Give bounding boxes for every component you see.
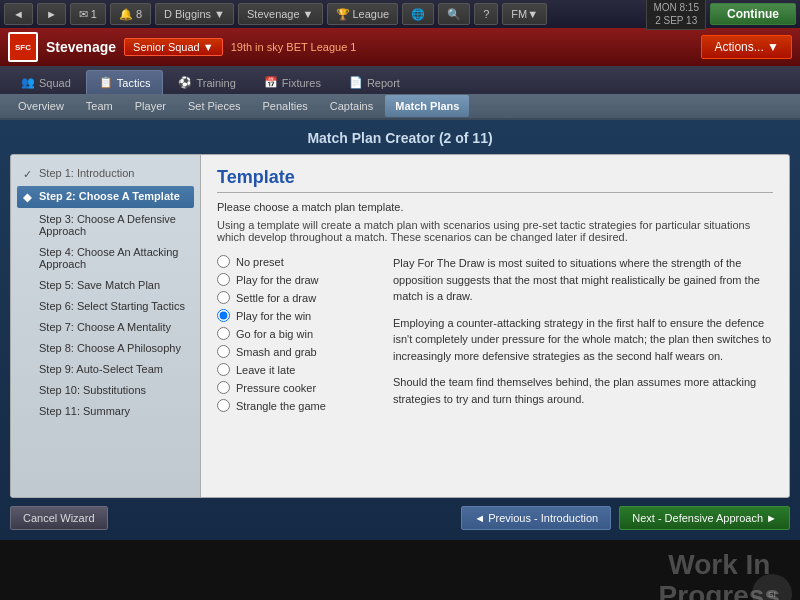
template-desc2: Using a template will create a match pla… xyxy=(217,219,773,243)
info-block-1: Play For The Draw is most suited to situ… xyxy=(393,255,773,305)
training-icon: ⚽ xyxy=(178,76,192,89)
option-leave-late[interactable]: Leave it late xyxy=(217,363,377,376)
option-pressure-label: Pressure cooker xyxy=(236,382,316,394)
globe-icon: 🌐 xyxy=(411,8,425,21)
league-button[interactable]: 🏆 League xyxy=(327,3,399,25)
subnav-overview[interactable]: Overview xyxy=(8,95,74,117)
next-button[interactable]: Next - Defensive Approach ► xyxy=(619,506,790,530)
template-desc: Please choose a match plan template. xyxy=(217,201,773,213)
back-button[interactable]: ◄ xyxy=(4,3,33,25)
info-text-2: Employing a counter-attacking strategy i… xyxy=(393,315,773,365)
top-bar: ◄ ► ✉ 1 🔔 8 D Biggins ▼ Stevenage ▼ 🏆 Le… xyxy=(0,0,800,28)
info-text-1: Play For The Draw is most suited to situ… xyxy=(393,255,773,305)
help-button[interactable]: ? xyxy=(474,3,498,25)
step-1[interactable]: ✓ Step 1: Introduction xyxy=(17,163,194,185)
step-1-label: Step 1: Introduction xyxy=(39,167,134,179)
messages-button[interactable]: ✉ 1 xyxy=(70,3,106,25)
step-10[interactable]: Step 10: Substitutions xyxy=(17,380,194,400)
tab-report[interactable]: 📄 Report xyxy=(336,70,413,94)
main-content: Match Plan Creator (2 of 11) ✓ Step 1: I… xyxy=(0,120,800,540)
club-button[interactable]: Stevenage ▼ xyxy=(238,3,323,25)
step-6[interactable]: Step 6: Select Starting Tactics xyxy=(17,296,194,316)
step-4[interactable]: Step 4: Choose An Attacking Approach xyxy=(17,242,194,274)
squad-selector[interactable]: Senior Squad ▼ xyxy=(124,38,223,56)
tab-tactics-label: Tactics xyxy=(117,77,151,89)
date-date: 2 SEP 13 xyxy=(653,14,699,27)
step-2[interactable]: ◆ Step 2: Choose A Template xyxy=(17,186,194,208)
search-button[interactable]: 🔍 xyxy=(438,3,470,25)
tab-tactics[interactable]: 📋 Tactics xyxy=(86,70,164,94)
step-5[interactable]: Step 5: Save Match Plan xyxy=(17,275,194,295)
subnav-penalties[interactable]: Penalties xyxy=(253,95,318,117)
bullet-icon: ◆ xyxy=(23,191,35,204)
step-3-label: Step 3: Choose A Defensive Approach xyxy=(39,213,188,237)
option-big-win[interactable]: Go for a big win xyxy=(217,327,377,340)
forward-button[interactable]: ► xyxy=(37,3,66,25)
manager-name: D Biggins xyxy=(164,8,211,20)
chevron-down-icon: ▼ xyxy=(303,8,314,20)
radio-smash-grab[interactable] xyxy=(217,345,230,358)
radio-play-draw[interactable] xyxy=(217,273,230,286)
template-options: No preset Play for the draw Settle for a… xyxy=(217,255,377,417)
option-play-draw-label: Play for the draw xyxy=(236,274,319,286)
steps-panel: ✓ Step 1: Introduction ◆ Step 2: Choose … xyxy=(11,155,201,497)
radio-big-win[interactable] xyxy=(217,327,230,340)
step-9[interactable]: Step 9: Auto-Select Team xyxy=(17,359,194,379)
cancel-wizard-button[interactable]: Cancel Wizard xyxy=(10,506,108,530)
info-text-3: Should the team find themselves behind, … xyxy=(393,374,773,407)
radio-no-preset[interactable] xyxy=(217,255,230,268)
radio-settle-draw[interactable] xyxy=(217,291,230,304)
mail-icon: ✉ xyxy=(79,8,88,21)
option-smash-grab-label: Smash and grab xyxy=(236,346,317,358)
tab-training[interactable]: ⚽ Training xyxy=(165,70,248,94)
dialog-title: Match Plan Creator (2 of 11) xyxy=(10,130,790,146)
date-display: MON 8:15 2 SEP 13 xyxy=(646,0,706,30)
subnav-match-plans[interactable]: Match Plans xyxy=(385,95,469,117)
option-play-win[interactable]: Play for the win xyxy=(217,309,377,322)
step-6-label: Step 6: Select Starting Tactics xyxy=(39,300,185,312)
date-time: MON 8:15 xyxy=(653,1,699,14)
radio-leave-late[interactable] xyxy=(217,363,230,376)
radio-strangle[interactable] xyxy=(217,399,230,412)
step-11[interactable]: Step 11: Summary xyxy=(17,401,194,421)
league-position: 19th in sky BET League 1 xyxy=(231,41,357,53)
club-bar: SFC Stevenage Senior Squad ▼ 19th in sky… xyxy=(0,28,800,66)
bottom-area: Work In Progress SI xyxy=(0,540,800,600)
check-icon: ✓ xyxy=(23,168,35,181)
step-10-label: Step 10: Substitutions xyxy=(39,384,146,396)
chevron-down-icon: ▼ xyxy=(214,8,225,20)
continue-button[interactable]: Continue xyxy=(710,3,796,25)
globe-button[interactable]: 🌐 xyxy=(402,3,434,25)
step-8[interactable]: Step 8: Choose A Philosophy xyxy=(17,338,194,358)
option-strangle[interactable]: Strangle the game xyxy=(217,399,377,412)
option-play-draw[interactable]: Play for the draw xyxy=(217,273,377,286)
fm-menu-button[interactable]: FM▼ xyxy=(502,3,547,25)
subnav-player[interactable]: Player xyxy=(125,95,176,117)
step-7-label: Step 7: Choose A Mentality xyxy=(39,321,171,333)
step-8-label: Step 8: Choose A Philosophy xyxy=(39,342,181,354)
prev-button[interactable]: ◄ Previous - Introduction xyxy=(461,506,611,530)
subnav-set-pieces[interactable]: Set Pieces xyxy=(178,95,251,117)
step-7[interactable]: Step 7: Choose A Mentality xyxy=(17,317,194,337)
actions-button[interactable]: Actions... ▼ xyxy=(701,35,792,59)
manager-button[interactable]: D Biggins ▼ xyxy=(155,3,234,25)
tab-squad[interactable]: 👥 Squad xyxy=(8,70,84,94)
option-settle-draw[interactable]: Settle for a draw xyxy=(217,291,377,304)
si-logo: SI xyxy=(752,574,792,600)
messages-count: 1 xyxy=(91,8,97,20)
option-no-preset[interactable]: No preset xyxy=(217,255,377,268)
option-pressure[interactable]: Pressure cooker xyxy=(217,381,377,394)
alerts-button[interactable]: 🔔 8 xyxy=(110,3,151,25)
radio-play-win[interactable] xyxy=(217,309,230,322)
alert-icon: 🔔 xyxy=(119,8,133,21)
tab-fixtures[interactable]: 📅 Fixtures xyxy=(251,70,334,94)
subnav-team[interactable]: Team xyxy=(76,95,123,117)
radio-pressure[interactable] xyxy=(217,381,230,394)
squad-icon: 👥 xyxy=(21,76,35,89)
step-3[interactable]: Step 3: Choose A Defensive Approach xyxy=(17,209,194,241)
report-icon: 📄 xyxy=(349,76,363,89)
subnav-captains[interactable]: Captains xyxy=(320,95,383,117)
tab-fixtures-label: Fixtures xyxy=(282,77,321,89)
option-smash-grab[interactable]: Smash and grab xyxy=(217,345,377,358)
sub-nav: Overview Team Player Set Pieces Penaltie… xyxy=(0,94,800,120)
